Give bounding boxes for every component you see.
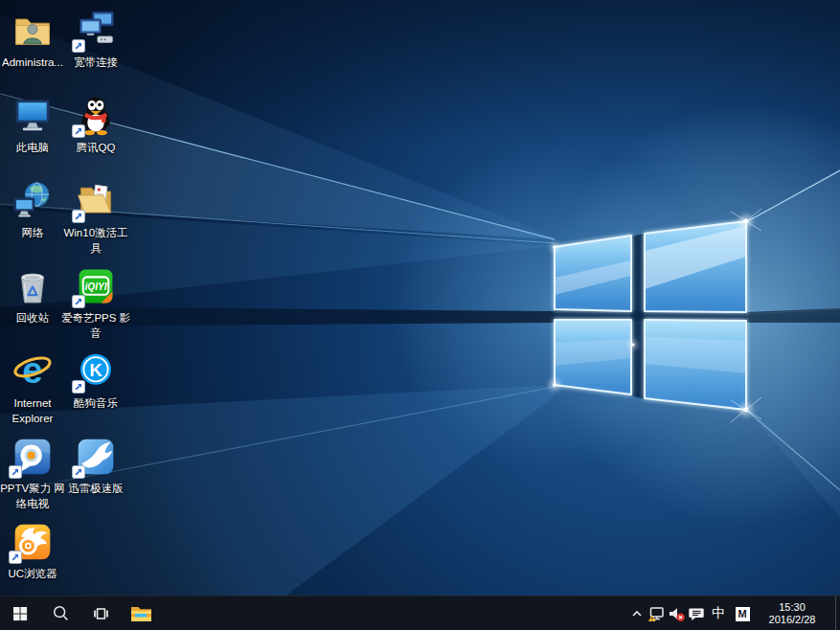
desktop-icon-art [73, 8, 119, 52]
ime-language-indicator[interactable]: M [730, 596, 755, 630]
desktop-icon-label: 回收站 [0, 310, 68, 326]
network-warning-icon [647, 606, 666, 622]
volume-mute-icon [668, 606, 686, 622]
svg-text:iQIYI: iQIYI [85, 281, 107, 292]
desktop-icon-label: 此电脑 [0, 140, 68, 155]
desktop-icon-art [10, 434, 56, 478]
desktop-icon-label: 酷狗音乐 [60, 395, 131, 411]
desktop-icon-label: Win10激活工具 [60, 225, 131, 256]
desktop-icon-art [10, 93, 56, 137]
desktop-icon-art [10, 178, 56, 222]
desktop-icon-broadband-connection[interactable]: 宽带连接 [64, 8, 127, 70]
shortcut-arrow-icon [72, 465, 85, 479]
desktop-icon-label: PPTV聚力 网络电视 [0, 481, 68, 511]
chevron-up-icon [629, 606, 645, 621]
desktop-icon-label: Internet Explorer [0, 395, 68, 426]
this-pc-icon [11, 95, 54, 137]
tray-volume-muted[interactable] [667, 596, 687, 630]
desktop-icon-network[interactable]: 网络 [1, 178, 64, 240]
network-icon [11, 180, 54, 222]
desktop-icon-art [10, 519, 56, 563]
desktop-icon-art: K [73, 349, 119, 393]
desktop[interactable]: Administra... 宽带连接 此电脑 腾讯QQ 网络 Win10激活工具 [0, 0, 840, 596]
desktop-icon-art [73, 434, 119, 478]
desktop-icon-art [10, 263, 56, 307]
desktop-icon-art [10, 8, 56, 52]
shortcut-arrow-icon [72, 124, 85, 138]
desktop-icon-iqiyi-pps[interactable]: iQIYI 爱奇艺PPS 影音 [64, 263, 127, 341]
tray-network-status[interactable] [647, 596, 667, 630]
start-button[interactable] [0, 596, 40, 630]
clock-date: 2016/2/28 [755, 614, 829, 627]
shortcut-arrow-icon [72, 380, 85, 394]
svg-text:K: K [89, 360, 102, 380]
action-center-icon [688, 606, 706, 622]
tray-chevron-up-button[interactable] [626, 596, 647, 630]
recycle-bin-icon [11, 265, 54, 307]
task-view-button[interactable] [80, 596, 121, 630]
desktop-icon-label: Administra... [0, 55, 68, 70]
desktop-icon-kugou-music[interactable]: K 酷狗音乐 [64, 349, 127, 411]
ime-letter-badge: M [736, 607, 750, 621]
desktop-icon-recycle-bin[interactable]: 回收站 [1, 263, 64, 326]
desktop-icon-art [73, 93, 119, 137]
search-button[interactable] [40, 596, 80, 630]
desktop-icon-label: 迅雷极速版 [60, 481, 131, 496]
internet-explorer-icon: e [11, 350, 54, 393]
taskbar-clock[interactable]: 15:30 2016/2/28 [755, 601, 835, 627]
desktop-icon-label: 腾讯QQ [60, 140, 131, 155]
desktop-icon-xunlei[interactable]: 迅雷极速版 [64, 434, 127, 496]
desktop-icon-administrator[interactable]: Administra... [1, 8, 64, 70]
desktop-icon-win10-activation-tool[interactable]: Win10激活工具 [64, 178, 127, 256]
shortcut-arrow-icon [72, 295, 85, 308]
desktop-icon-label: UC浏览器 [0, 566, 68, 581]
desktop-icon-label: 爱奇艺PPS 影音 [60, 310, 131, 341]
svg-text:e: e [22, 350, 42, 391]
shortcut-arrow-icon [72, 210, 85, 223]
user-folder-icon [11, 10, 54, 52]
show-desktop-button[interactable] [835, 596, 840, 630]
system-tray: 中 M 15:30 2016/2/28 [626, 596, 840, 630]
windows-desktop-screen: Administra... 宽带连接 此电脑 腾讯QQ 网络 Win10激活工具 [0, 0, 840, 630]
desktop-icon-tencent-qq[interactable]: 腾讯QQ [64, 93, 127, 155]
desktop-icon-label: 网络 [0, 225, 68, 240]
shortcut-arrow-icon [72, 39, 85, 53]
desktop-icon-pptv[interactable]: PPTV聚力 网络电视 [1, 434, 64, 511]
desktop-icon-this-pc[interactable]: 此电脑 [1, 93, 64, 155]
ime-mode-indicator[interactable]: 中 [707, 596, 730, 630]
desktop-icon-internet-explorer[interactable]: e Internet Explorer [1, 349, 64, 426]
task-view-icon [93, 606, 109, 621]
desktop-icon-label: 宽带连接 [60, 55, 131, 70]
desktop-icon-uc-browser[interactable]: UC浏览器 [1, 519, 64, 581]
desktop-icon-art: iQIYI [73, 263, 119, 307]
action-center-button[interactable] [687, 596, 707, 630]
clock-time: 15:30 [755, 601, 829, 615]
shortcut-arrow-icon [9, 465, 22, 479]
desktop-icon-art: e [10, 349, 56, 393]
shortcut-arrow-icon [9, 551, 22, 564]
file-explorer-icon [130, 604, 152, 622]
windows-logo-icon [12, 606, 28, 621]
desktop-icon-art [73, 178, 119, 222]
taskbar: 中 M 15:30 2016/2/28 [0, 596, 840, 630]
search-icon [53, 605, 69, 621]
file-explorer-button[interactable] [121, 596, 161, 630]
